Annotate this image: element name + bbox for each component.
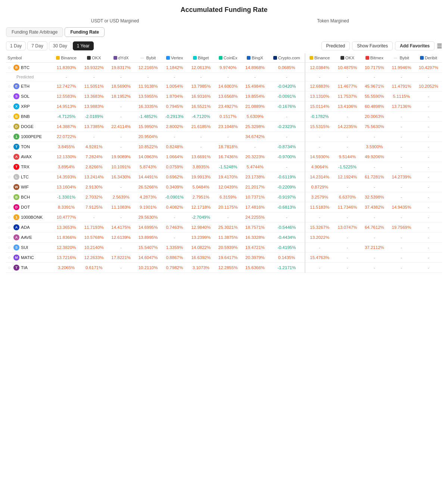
- usdt-val-TON-3: 10.8522%: [134, 142, 161, 152]
- usdt-val-DOGE-7: 25.3298%: [242, 122, 268, 132]
- star-DOT[interactable]: ☆: [7, 205, 11, 210]
- star-SUI[interactable]: ☆: [7, 245, 11, 250]
- token-val-BNB-0: -0.1782%: [305, 112, 334, 122]
- star-AAVE[interactable]: ☆: [7, 235, 11, 240]
- th-bingx: BingX: [242, 53, 268, 63]
- usdt-val-BCH-6: 6.3159%: [215, 192, 242, 202]
- usdt-val-AAVE-3: 13.8995%: [134, 233, 161, 243]
- menu-icon[interactable]: ☰: [437, 43, 442, 50]
- period-1year[interactable]: 1 Year: [73, 41, 94, 50]
- usdt-val-AVAX-6: 16.7436%: [215, 152, 242, 162]
- star-1000PEPE[interactable]: ☆: [7, 134, 11, 139]
- usdt-val-WIF-7: 21.2017%: [242, 182, 268, 192]
- usdt-val-ETH-3: 11.9138%: [134, 81, 161, 91]
- th-binance-token: Binance: [305, 53, 334, 63]
- usdt-val-AAVE-2: 12.6139%: [108, 233, 134, 243]
- usdt-val-1000BONK-4: -: [162, 212, 187, 222]
- star-TIA[interactable]: ☆: [7, 265, 11, 270]
- star-AVAX[interactable]: ☆: [7, 155, 11, 159]
- tab-funding-rate-arbitrage[interactable]: Funding Rate Arbitrage: [6, 27, 63, 37]
- usdt-val-BCH-2: 2.5639%: [108, 192, 134, 202]
- star-DOGE[interactable]: ☆: [7, 124, 11, 129]
- usdt-val-1000PEPE-7: 34.6742%: [242, 132, 268, 142]
- usdt-val-MATIC-0: 13.7216%: [52, 253, 81, 263]
- usdt-val-TIA-6: 12.2855%: [215, 263, 242, 273]
- star-1000BONK[interactable]: ☆: [7, 215, 11, 220]
- usdt-val-LTC-7: 23.1738%: [242, 172, 268, 182]
- star-ADA[interactable]: ☆: [7, 225, 11, 230]
- show-favorites-button[interactable]: Show Favorites: [352, 41, 393, 50]
- usdt-val-TON-1: 4.9281%: [81, 142, 108, 152]
- token-val-AAVE-1: -: [334, 233, 361, 243]
- period-1day[interactable]: 1 Day: [6, 41, 26, 50]
- usdt-val-AAVE-5: 13.2399%: [187, 233, 214, 243]
- usdt-val-LTC-5: 19.9913%: [187, 172, 214, 182]
- usdt-val-TIA-7: 15.6366%: [242, 263, 268, 273]
- token-val-SUI-0: -: [305, 243, 334, 253]
- predicted-val-8: -: [268, 73, 305, 81]
- usdt-val-AAVE-4: -: [162, 233, 187, 243]
- predicted-val-1: -: [81, 73, 108, 81]
- usdt-val-BCH-8: -0.9197%: [268, 192, 305, 202]
- star-SOL[interactable]: ☆: [7, 94, 11, 99]
- add-favorites-button[interactable]: Add Favorites: [395, 41, 435, 50]
- star-BCH[interactable]: ☆: [7, 195, 11, 200]
- usdt-val-DOGE-4: 2.8002%: [162, 122, 187, 132]
- token-val-1000PEPE-4: -: [415, 132, 442, 142]
- star-XRP[interactable]: ☆: [7, 104, 11, 109]
- token-val-1000BONK-1: -: [334, 212, 361, 222]
- token-val-DOGE-2: 75.5630%: [361, 122, 388, 132]
- usdt-val-DOT-7: 17.4816%: [242, 202, 268, 212]
- sym-label-SUI: SUI: [21, 245, 28, 250]
- usdt-val-XRP-3: 16.3335%: [134, 102, 161, 112]
- star-LTC[interactable]: ☆: [7, 175, 11, 180]
- star-ETH[interactable]: ☆: [7, 84, 11, 89]
- table-row: ☆ D DOGE 14.3887%13.7385%22.4114%15.9950…: [6, 122, 442, 132]
- usdt-val-SUI-2: -: [108, 243, 134, 253]
- token-val-SUI-2: 37.2112%: [361, 243, 388, 253]
- usdt-val-DOGE-6: 23.1048%: [215, 122, 242, 132]
- usdt-val-1000BONK-8: -: [268, 212, 305, 222]
- usdt-val-WIF-3: 26.5266%: [134, 182, 161, 192]
- usdt-val-SUI-7: 19.4721%: [242, 243, 268, 253]
- star-WIF[interactable]: ☆: [7, 185, 11, 190]
- token-val-WIF-1: -: [334, 182, 361, 192]
- usdt-val-1000BONK-6: -: [215, 212, 242, 222]
- sym-cell-AAVE: ☆ A AAVE: [6, 233, 52, 243]
- usdt-val-XRP-0: 14.9513%: [52, 102, 81, 112]
- token-val-1000PEPE-1: -: [334, 132, 361, 142]
- usdt-val-TRX-3: 5.8743%: [134, 162, 161, 172]
- token-val-TIA-2: -: [361, 263, 388, 273]
- token-val-TIA-0: -: [305, 263, 334, 273]
- star-BNB[interactable]: ☆: [7, 114, 11, 119]
- usdt-val-SUI-5: 14.0822%: [187, 243, 214, 253]
- sym-label-BTC: BTC: [21, 65, 29, 70]
- predicted-token-1: -: [334, 73, 361, 81]
- star-TRX[interactable]: ☆: [7, 165, 11, 169]
- usdt-val-SOL-2: 18.1952%: [108, 91, 134, 102]
- sym-cell-SOL: ☆ S SOL: [6, 91, 52, 102]
- table-row: ☆ B BNB -4.7125%-2.0189%--1.4852%-0.2913…: [6, 112, 442, 122]
- star-MATIC[interactable]: ☆: [7, 255, 11, 260]
- token-val-WIF-0: 0.8729%: [305, 182, 334, 192]
- period-7day[interactable]: 7 Day: [27, 41, 47, 50]
- usdt-val-ETH-7: 15.4984%: [242, 81, 268, 91]
- token-val-SUI-3: -: [388, 243, 415, 253]
- token-val-1000BONK-4: -: [415, 212, 442, 222]
- usdt-val-ETH-6: 14.6003%: [215, 81, 242, 91]
- tab-funding-rate[interactable]: Funding Rate: [65, 27, 105, 37]
- star-BTC[interactable]: ☆: [7, 65, 11, 70]
- usdt-val-DOT-6: 20.1175%: [215, 202, 242, 212]
- star-TON[interactable]: ☆: [7, 144, 11, 149]
- token-val-MATIC-2: -: [361, 253, 388, 263]
- predicted-token-2: -: [361, 73, 388, 81]
- usdt-val-SOL-6: 13.6568%: [215, 91, 242, 102]
- usdt-val-DOT-5: 12.1718%: [187, 202, 214, 212]
- token-val-1000BONK-3: -: [388, 212, 415, 222]
- token-val-AVAX-3: -: [388, 152, 415, 162]
- period-30day[interactable]: 30 Day: [49, 41, 71, 50]
- token-val-ETH-3: 11.4791%: [388, 81, 415, 91]
- predicted-label: Predicted: [6, 73, 52, 81]
- usdt-val-BNB-5: -4.7120%: [187, 112, 214, 122]
- predicted-button[interactable]: Predicted: [321, 41, 350, 50]
